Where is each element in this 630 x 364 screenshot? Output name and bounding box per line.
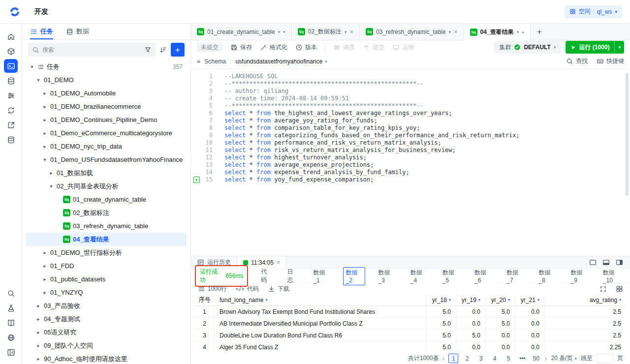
workspace-switcher[interactable]: 空间 ql_ws ▾ [565,5,622,18]
editor-line[interactable]: 4-- create time: 2024-08-14 09:59:51 [191,95,630,102]
tree-item[interactable]: ▾02_共同基金表现分析 [26,180,187,193]
chevron-right-icon[interactable]: ▸ [42,91,48,96]
chevron-right-icon[interactable]: ▸ [35,303,41,308]
column-header-fund_long_name[interactable]: fund_long_name▾ [215,294,427,305]
tree-item[interactable]: ▾任务357 [26,60,187,73]
result-tab-数据_1[interactable]: 数据_1 [305,269,337,283]
sort-icon[interactable] [159,46,167,54]
table-row[interactable]: 3DoubleLine Low Duration Bond Fund Class… [195,330,626,341]
rail-item-database[interactable] [4,74,18,88]
editor-line[interactable]: 5--*************************************… [191,102,630,110]
rail-item-docs[interactable] [4,316,18,330]
rail-item-dev[interactable] [4,59,18,73]
chevron-right-icon[interactable]: ▸ [35,330,41,335]
column-header-yr_20[interactable]: yr_20▾ [486,294,515,305]
add-task-button[interactable]: + [171,43,185,57]
run-line-button[interactable] [193,177,200,183]
chevron-down-icon[interactable]: ▾ [42,157,48,162]
rail-item-collapse[interactable] [4,345,18,359]
column-settings-icon[interactable] [616,285,623,293]
search-box[interactable] [28,43,156,57]
filter-dropdown-icon[interactable]: ▾ [449,298,451,302]
collapse-left-icon[interactable]: « [197,58,200,65]
chevron-right-icon[interactable]: ▸ [35,356,41,362]
file-tab[interactable]: Sq02_数据标注▾× [292,24,360,40]
result-tab-数据_3[interactable]: 数据_3 [371,269,403,283]
rail-item-home[interactable] [4,30,18,43]
editor-line[interactable]: 6select * from the_highest_and_lowest_av… [191,110,630,117]
editor-line[interactable]: 12select * from highest_turnover_analysi… [191,154,630,161]
chevron-right-icon[interactable]: ▸ [42,130,48,136]
layout-split-right-icon[interactable] [616,259,623,266]
sidebar-tab-data[interactable]: 数据 [66,24,89,39]
find-button[interactable]: 查找 [566,57,588,65]
table-row[interactable]: 2AB Intermediate Diversified Municipal P… [195,318,626,330]
editor-line[interactable]: 10select * from performance_and_risk_vs_… [191,139,630,147]
column-header-yr_21[interactable]: yr_21▾ [515,294,545,305]
filter-icon[interactable] [144,46,152,54]
chevron-down-icon[interactable]: ▾ [48,183,54,189]
cluster-selector[interactable]: 集群 DEFAULT ▾ [494,41,561,54]
chevron-right-icon[interactable]: ▸ [42,250,48,255]
editor-line[interactable]: 11select * from risk_vs_return_matrix_an… [191,147,630,154]
editor-line[interactable]: 1--LAKEHOUSE SQL [191,73,630,80]
rail-item-product[interactable] [4,44,18,58]
rail-item-globe[interactable] [4,331,18,344]
layout-full-icon[interactable] [589,259,597,266]
result-tab-代码[interactable]: 代码 [253,269,279,283]
prev-page-button[interactable]: ‹ [442,355,444,362]
layout-split-bottom-icon[interactable] [602,259,610,266]
file-tab[interactable]: Sq01_create_dynamic_table▾● [191,24,292,40]
table-row[interactable]: 4Alger 35 Fund Class Z5.00.00.00.02.25 [195,341,626,353]
jump-page-input[interactable] [597,354,613,363]
new-tab-button[interactable]: + [531,24,548,40]
file-tab[interactable]: Sq04_查看结果▾● [464,24,531,40]
tree-item[interactable]: ▾01_DEMO [26,73,187,87]
sidebar-tab-tasks[interactable]: 任务 [30,24,53,39]
close-icon[interactable]: × [349,29,353,35]
chevron-right-icon[interactable]: ▸ [35,343,41,348]
editor-line[interactable]: 14select * from expense_trend_analysis_b… [191,169,630,176]
column-header-yr_18[interactable]: yr_18▾ [427,294,456,305]
chevron-right-icon[interactable]: ▸ [42,290,48,295]
tree-item[interactable]: ▸01_DEMO_nyc_trip_data [26,140,187,153]
chevron-right-icon[interactable]: ▸ [48,170,54,176]
editor-line[interactable]: 13select * from average_expense_projecti… [191,161,630,169]
tree-item[interactable]: ▸01_FDD [26,259,187,273]
editor-line[interactable]: 7select * from average_yoy_rating_for_fu… [191,117,630,124]
tree-item[interactable]: ▸01_DEMO_Automobile [26,87,187,100]
chevron-right-icon[interactable]: ▸ [42,104,48,109]
fullscreen-icon[interactable] [599,285,607,293]
filter-dropdown-icon[interactable]: ▾ [537,298,539,302]
chevron-right-icon[interactable]: ▸ [42,117,48,122]
tree-item[interactable]: ▸01_public_datasets [26,273,187,286]
rail-item-storage[interactable] [4,133,18,147]
file-tab[interactable]: Sq03_refresh_dynamic_table▾× [360,24,464,40]
toolbar-version-button[interactable]: 版本 [295,43,317,52]
tree-item[interactable]: Sq03_refresh_dynamic_table [26,219,187,233]
result-tab-日志[interactable]: 日志 [279,269,305,283]
chevron-down-icon[interactable]: ▾ [29,64,35,69]
app-logo-icon[interactable] [9,6,21,18]
table-row[interactable]: 1Brown Advisory Tax Exempt Bond Fund Ins… [195,306,626,318]
rail-item-search[interactable] [4,286,18,300]
tree-item[interactable]: ▸01_DEMO_Continues_Pipiline_Demo [26,113,187,126]
page-button[interactable]: 2 [462,354,472,363]
filter-dropdown-icon[interactable]: ▾ [478,298,480,302]
tree-item[interactable]: ▸09_团队个人空间 [26,339,187,352]
tree-item[interactable]: ▸01_数据加载 [26,166,187,180]
page-button[interactable]: 4 [490,354,500,363]
tree-item[interactable]: ▸01_DEMO_世行指标分析 [26,246,187,259]
chevron-down-icon[interactable]: ▾ [345,30,347,34]
chevron-right-icon[interactable]: ▸ [42,263,48,269]
chevron-right-icon[interactable]: ▸ [35,316,41,322]
result-tab-数据_2[interactable]: 数据_2 [338,269,371,283]
page-size-selector[interactable]: 20 条/页▾ [551,354,577,363]
next-page-button[interactable]: › [545,355,547,362]
page-button[interactable]: 50 [531,354,541,363]
tree-item[interactable]: ▸04_专题测试 [26,312,187,326]
tree-item[interactable]: ▸03_产品验收 [26,299,187,312]
chevron-right-icon[interactable]: ▸ [42,144,48,149]
view-code-button[interactable]: </> 代码 [236,285,259,293]
filter-dropdown-icon[interactable]: ▾ [619,298,621,302]
